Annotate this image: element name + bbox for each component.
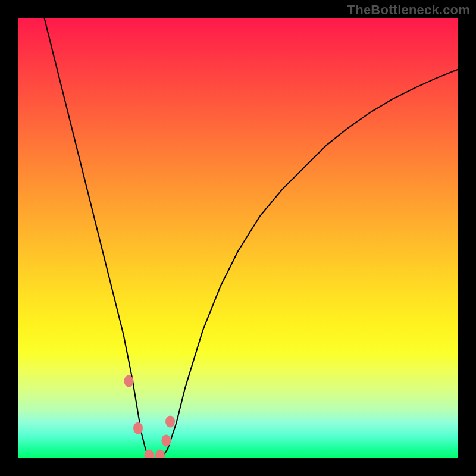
marker-dot — [161, 434, 171, 446]
watermark-text: TheBottleneck.com — [347, 2, 470, 18]
marker-dot — [165, 416, 175, 428]
marker-dot — [133, 422, 143, 434]
marker-dot — [124, 375, 133, 387]
marker-dot — [155, 450, 165, 458]
chart-svg — [18, 18, 458, 458]
plot-area — [18, 18, 458, 458]
bottleneck-curve — [44, 18, 458, 458]
curve-markers — [124, 375, 175, 459]
chart-frame: TheBottleneck.com — [0, 0, 476, 476]
